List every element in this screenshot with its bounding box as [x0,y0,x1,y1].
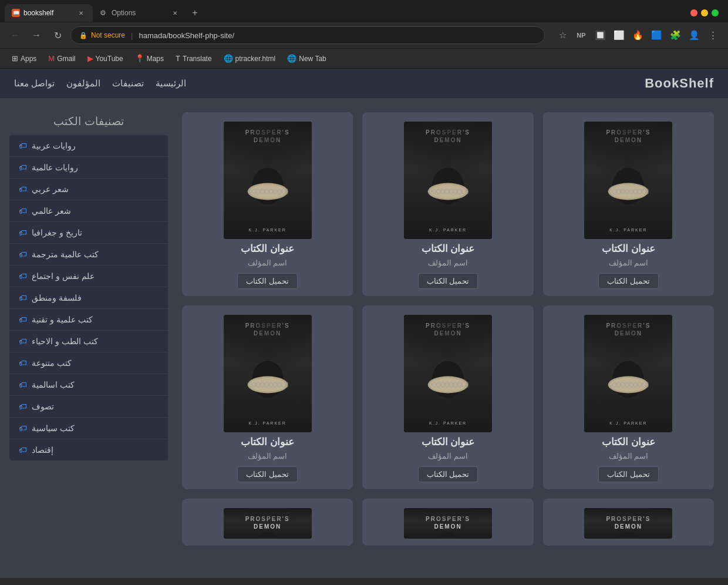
download-button-5[interactable]: تحميل الكتاب [418,466,478,482]
site-nav-links: الرئيسية تصنيفات المؤلفون تواصل معنا [14,78,186,89]
nav-home[interactable]: الرئيسية [156,78,186,89]
sidebar-item-translated[interactable]: كتب عالمية مترجمة 🏷 [9,244,168,265]
category-label-politics: كتب سياسية [32,423,75,433]
svg-point-8 [250,184,285,198]
sidebar-item-philosophy[interactable]: فلسفة ومنطق 🏷 [9,287,168,309]
site-brand: BookShelf [645,76,714,91]
nav-authors[interactable]: المؤلفون [66,78,100,89]
book-card-5: PROSPER'SDEMON [362,305,533,489]
forward-button[interactable]: → [28,27,45,43]
download-button-2[interactable]: تحميل الكتاب [418,273,478,289]
tab-close-options[interactable]: ✕ [170,8,180,18]
tab-close-bookshelf[interactable]: ✕ [76,8,86,18]
back-button[interactable]: ← [7,27,23,43]
sidebar-item-world-novels[interactable]: روايات عالمية 🏷 [9,157,168,179]
sidebar-item-sufi[interactable]: تصوف 🏷 [9,396,168,418]
sidebar-item-medicine[interactable]: كتب الطب و الاحياء 🏷 [9,331,168,352]
gmail-icon: M [48,54,55,63]
star-button[interactable]: ☆ [554,27,571,43]
book-title-4: عنوان الكتاب [602,436,655,448]
category-label-islamic: كتب اسالمية [32,380,75,389]
sidebar-item-world-poetry[interactable]: شعر عالمي 🏷 [9,200,168,222]
book-cover-6: PROSPER'SDEMON [224,315,312,432]
book-cover-5: PROSPER'SDEMON [404,315,492,432]
book-cover-8: PROSPER'SDEMON [404,508,492,539]
translate-icon: T [176,54,180,63]
book-card-3: PROSPER'SDEMON [182,112,353,296]
ptracker-label: ptracker.html [235,55,276,63]
download-button-4[interactable]: تحميل الكتاب [598,466,659,482]
bookmark-gmail[interactable]: M Gmail [43,52,80,65]
sidebar-item-arabic-poetry[interactable]: شعر عربي 🏷 [9,179,168,200]
tag-icon-history-geo: 🏷 [19,228,27,237]
tag-icon-arabic-poetry: 🏷 [19,184,27,194]
svg-point-2 [611,184,646,198]
svg-point-21 [432,533,464,539]
tag-icon-world-poetry: 🏷 [19,206,27,216]
extensions-button[interactable]: 🧩 [667,27,683,43]
bookmark-translate[interactable]: T Translate [171,52,217,65]
main-layout: PROSPER'SDEMON [0,98,728,560]
profile-button[interactable]: 👤 [686,27,702,43]
newtab-icon: 🌐 [287,54,296,63]
traffic-light-red[interactable] [690,9,697,16]
sidebar-item-science-tech[interactable]: كتب علمية و تقنية 🏷 [9,309,168,331]
tag-icon-economics: 🏷 [19,445,27,455]
cover-art-4 [602,353,655,406]
sidebar-item-history-geo[interactable]: تاريخ و جغرافيا 🏷 [9,222,168,244]
tag-icon-translated: 🏷 [19,250,27,259]
tag-icon-psychology: 🏷 [19,271,27,281]
bookmark-ptracker[interactable]: 🌐 ptracker.html [219,52,281,65]
book-cover-4: PROSPER'SDEMON [584,315,672,432]
book-card-9: PROSPER'SDEMON [182,499,353,546]
sidebar-item-politics[interactable]: كتب سياسية 🏷 [9,418,168,439]
np-icon[interactable]: NP [573,27,589,43]
tag-icon-science-tech: 🏷 [19,315,27,324]
download-button-3[interactable]: تحميل الكتاب [237,273,298,289]
nav-categories[interactable]: تصنيفات [112,78,144,89]
category-label-diverse: كتب متنوعة [32,358,72,368]
extension-icon-4[interactable]: 🟦 [648,27,665,43]
cover-author-1: K.J. PARKER [609,228,647,232]
bookmark-apps[interactable]: ⊞ Apps [7,52,41,65]
book-card-1: PROSPER'SDEMON [543,112,714,296]
category-label-history-geo: تاريخ و جغرافيا [32,228,82,237]
tab-options[interactable]: ⚙ Options ✕ [93,4,187,22]
tab-bookshelf[interactable]: 📖 bookshelf ✕ [5,4,93,22]
book-author-3: اسم المؤلف [248,258,288,267]
tag-icon-philosophy: 🏷 [19,293,27,302]
bookmark-maps[interactable]: 📍 Maps [130,52,168,65]
extension-icon-2[interactable]: ⬜ [611,27,627,43]
book-card-4: PROSPER'SDEMON [543,305,714,489]
tag-icon-arabic-novels: 🏷 [19,141,27,150]
sidebar-item-diverse[interactable]: كتب متنوعة 🏷 [9,352,168,374]
menu-button[interactable]: ⋮ [705,27,721,43]
cover-art-6 [241,353,294,406]
svg-point-14 [430,378,466,391]
category-label-translated: كتب عالمية مترجمة [32,250,99,259]
traffic-light-green[interactable] [712,9,719,16]
category-label-psychology: علم نفس و اجتماع [32,271,95,281]
sidebar-item-economics[interactable]: إقتصاد 🏷 [9,439,168,460]
sidebar-item-islamic[interactable]: كتب اسالمية 🏷 [9,374,168,396]
traffic-light-yellow[interactable] [701,9,708,16]
gmail-label: Gmail [57,55,75,63]
maps-label: Maps [147,55,164,63]
bookmark-newtab[interactable]: 🌐 New Tab [282,52,331,65]
nav-contact[interactable]: تواصل معنا [14,78,55,89]
horizontal-scrollbar[interactable] [0,578,728,585]
sidebar-item-arabic-novels[interactable]: روايات عربية 🏷 [9,135,168,157]
address-input[interactable]: 🔒 Not secure | hamada/bookShelf-php-site… [70,26,545,44]
extension-icon-1[interactable]: 🔲 [592,27,608,43]
extension-icon-3[interactable]: 🔥 [629,27,646,43]
download-button-6[interactable]: تحميل الكتاب [237,466,298,482]
download-button-1[interactable]: تحميل الكتاب [598,273,659,289]
bookmark-youtube[interactable]: ▶ YouTube [83,52,128,65]
new-tab-button[interactable]: + [187,5,203,21]
cover-art-2 [422,160,474,213]
sidebar-item-psychology[interactable]: علم نفس و اجتماع 🏷 [9,265,168,287]
category-label-arabic-poetry: شعر عربي [32,184,69,194]
refresh-button[interactable]: ↻ [49,27,66,43]
apps-icon: ⊞ [12,54,18,63]
book-cover-3: PROSPER'SDEMON [224,122,312,239]
